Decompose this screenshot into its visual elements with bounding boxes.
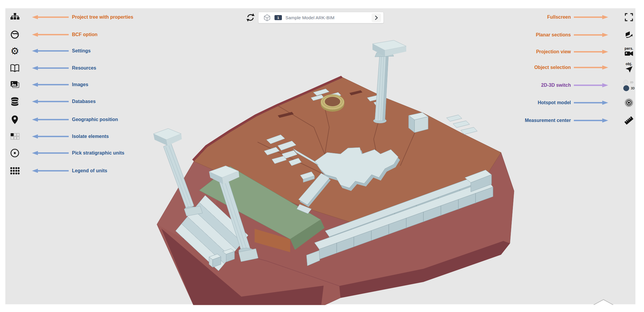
annotation-arrow-icon	[573, 49, 609, 54]
left-row-project-tree: Project tree with properties	[0, 12, 184, 22]
left-row-isolate: Isolate elements	[0, 131, 184, 142]
annotation-arrow-icon	[573, 100, 609, 105]
left-row-settings: ⚙ Settings	[0, 46, 184, 56]
annotation-label: Hotspot model	[538, 100, 571, 105]
right-row-fullscreen: Fullscreen	[474, 12, 644, 22]
cube-icon	[263, 14, 271, 22]
toggle-2d-dot	[623, 80, 628, 85]
book-icon[interactable]	[9, 62, 21, 74]
annotation-label: Measurement center	[525, 118, 571, 123]
hotspot-icon[interactable]	[621, 95, 637, 110]
target-icon[interactable]	[9, 147, 21, 159]
annotation-arrow-icon	[573, 65, 609, 70]
annotation-label: Project tree with properties	[72, 15, 133, 20]
annotation-arrow-icon	[31, 99, 69, 104]
right-row-2d3d-switch: 2D-3D switch 2D 3D	[474, 78, 644, 92]
model-count-badge: 1	[274, 15, 282, 20]
annotation-arrow-icon	[31, 117, 69, 122]
right-row-object-selection: Object selection obj.	[474, 62, 644, 73]
annotation-arrow-icon	[573, 15, 609, 20]
left-row-resources: Resources	[0, 63, 184, 73]
planar-sections-icon[interactable]	[621, 27, 637, 43]
left-row-geographic: Geographic position	[0, 114, 184, 125]
annotation-label: 2D-3D switch	[541, 83, 571, 88]
annotation-arrow-icon	[31, 168, 69, 173]
annotation-label: Pick stratigraphic units	[72, 150, 124, 156]
ruler-icon[interactable]	[621, 113, 637, 128]
annotation-label: Projection view	[536, 49, 571, 54]
left-row-images: Images	[0, 79, 184, 90]
map-pin-icon[interactable]	[9, 114, 21, 126]
annotation-label: BCF option	[72, 32, 97, 37]
settings-gear-icon[interactable]: ⚙	[9, 45, 21, 57]
fullscreen-icon[interactable]	[621, 9, 637, 25]
annotation-label: Geographic position	[72, 117, 118, 122]
annotation-label: Legend of units	[72, 168, 107, 173]
bottom-panel-handle-icon[interactable]	[591, 298, 617, 305]
refresh-icon[interactable]	[245, 12, 256, 23]
left-row-legend: Legend of units	[0, 165, 184, 176]
gold-well-ring[interactable]	[321, 94, 344, 112]
annotation-arrow-icon	[31, 82, 69, 87]
annotation-arrow-icon	[31, 32, 69, 37]
right-row-hotspot: Hotspot model	[474, 97, 644, 108]
database-icon[interactable]	[9, 96, 21, 107]
isolate-grid-icon[interactable]	[9, 131, 21, 142]
toggle-2d3d-icon[interactable]: 2D 3D	[621, 78, 637, 93]
annotation-label: Isolate elements	[72, 134, 109, 139]
annotation-label: Resources	[72, 65, 96, 71]
annotation-arrow-icon	[31, 151, 69, 155]
left-row-pick-units: Pick stratigraphic units	[0, 148, 184, 158]
annotation-arrow-icon	[31, 134, 69, 139]
pedestal-block[interactable]	[409, 112, 428, 133]
annotation-arrow-icon	[31, 66, 69, 70]
annotation-label: Planar sections	[536, 32, 571, 38]
annotation-label: Object selection	[534, 65, 571, 70]
annotation-arrow-icon	[31, 49, 69, 53]
model-name: Sample Model ARK-BIM	[285, 15, 368, 20]
annotation-arrow-icon	[573, 118, 609, 123]
model-selector[interactable]: 1 Sample Model ARK-BIM	[258, 12, 384, 23]
right-row-planar-sections: Planar sections	[474, 30, 644, 40]
project-tree-icon[interactable]	[9, 11, 21, 23]
annotation-label: Settings	[72, 48, 91, 54]
bcf-icon[interactable]	[9, 29, 21, 41]
annotation-label: Databases	[72, 99, 96, 104]
annotation-arrow-icon	[573, 83, 609, 88]
toggle-3d-dot	[623, 85, 629, 91]
annotation-arrow-icon	[573, 33, 609, 37]
left-row-bcf: BCF option	[0, 29, 184, 40]
annotation-label: Fullscreen	[547, 15, 571, 20]
images-icon[interactable]	[9, 79, 21, 91]
right-row-projection-view: Projection view pers.	[474, 46, 644, 57]
left-row-databases: Databases	[0, 96, 184, 107]
right-row-measurement: Measurement center	[474, 115, 644, 126]
chevron-right-icon[interactable]	[372, 13, 381, 22]
annotation-arrow-icon	[31, 15, 69, 20]
projection-camera-icon[interactable]: pers.	[621, 44, 637, 59]
object-cursor-icon[interactable]: obj.	[621, 60, 637, 75]
annotation-label: Images	[72, 82, 88, 87]
dots-grid-icon[interactable]	[9, 165, 21, 177]
